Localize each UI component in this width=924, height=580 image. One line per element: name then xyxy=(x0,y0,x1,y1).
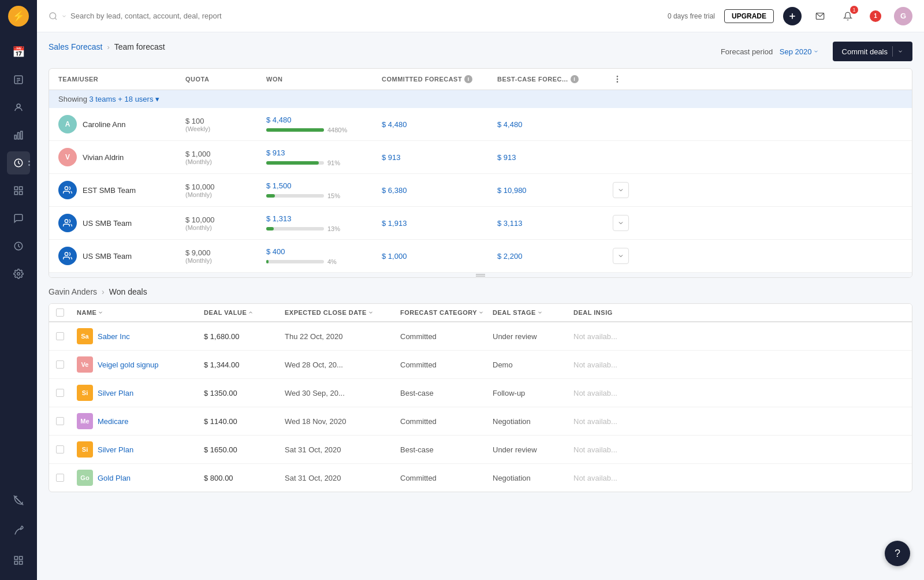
svg-rect-7 xyxy=(21,131,23,139)
col-forecast-category[interactable]: FORECAST CATEGORY xyxy=(400,308,493,317)
table-resize-handle[interactable] xyxy=(49,273,912,277)
add-button[interactable] xyxy=(783,7,802,25)
breadcrumb-current: Team forecast xyxy=(114,42,165,51)
sidebar-item-chat[interactable] xyxy=(7,207,30,230)
select-all-checkbox[interactable] xyxy=(56,308,64,317)
forecast-row-vivian: V Vivian Aldrin $ 1,000 (Monthly) $ 913 … xyxy=(49,141,912,174)
committed-caroline[interactable]: $ 4,480 xyxy=(382,120,497,129)
deal-name-silver-2[interactable]: Silver Plan xyxy=(98,445,133,454)
mail-button[interactable] xyxy=(811,7,829,25)
deal-category-medicare: Committed xyxy=(400,417,493,426)
checkbox-silver-1[interactable] xyxy=(56,389,64,397)
checkbox-veigel[interactable] xyxy=(56,360,64,369)
deal-insight-silver-2: Not availab... xyxy=(573,445,643,454)
deals-table: NAME DEAL VALUE EXPECTED CLOSE DATE FORE… xyxy=(49,303,912,492)
sidebar-item-clock[interactable] xyxy=(7,235,30,258)
avatar-us-smb-1 xyxy=(58,214,77,232)
deal-row-silver-2: Si Silver Plan $ 1650.00 Sat 31 Oct, 202… xyxy=(49,436,912,464)
expand-us-smb-2[interactable] xyxy=(613,248,629,264)
expand-us-smb-1[interactable] xyxy=(613,215,629,231)
notification-count: 1 xyxy=(850,6,858,14)
user-name-vivian: Vivian Aldrin xyxy=(83,153,124,162)
deal-date-silver-2: Sat 31 Oct, 2020 xyxy=(285,445,400,454)
best-case-vivian[interactable]: $ 913 xyxy=(497,153,613,162)
deal-category-veigel: Committed xyxy=(400,360,493,369)
breadcrumb: Sales Forecast › Team forecast xyxy=(49,42,165,51)
deal-insight-veigel: Not availab... xyxy=(573,360,643,369)
forecast-row-us-smb-2: US SMB Team $ 9,000 (Monthly) $ 400 4% $… xyxy=(49,240,912,273)
deal-date-saber: Thu 22 Oct, 2020 xyxy=(285,332,400,341)
user-name-us-smb-1: US SMB Team xyxy=(83,219,132,228)
svg-rect-6 xyxy=(18,133,20,139)
committed-us-smb-1[interactable]: $ 1,913 xyxy=(382,219,497,228)
checkbox-medicare[interactable] xyxy=(56,417,64,425)
committed-est-smb[interactable]: $ 6,380 xyxy=(382,186,497,195)
breadcrumb-sep: › xyxy=(107,43,109,51)
best-case-est-smb[interactable]: $ 10,980 xyxy=(497,186,613,195)
deals-table-header: NAME DEAL VALUE EXPECTED CLOSE DATE FORE… xyxy=(49,304,912,322)
avatar-saber: Sa xyxy=(77,328,93,344)
svg-point-26 xyxy=(617,79,617,79)
quota-us-smb-2: $ 9,000 (Monthly) xyxy=(185,248,266,264)
upgrade-button[interactable]: UPGRADE xyxy=(724,9,774,23)
forecast-card: TEAM/USER QUOTA WON COMMITTED FORECAST i… xyxy=(49,68,912,278)
col-deal-insight: DEAL INSIG xyxy=(573,308,643,317)
col-deal-stage[interactable]: DEAL STAGE xyxy=(493,308,573,317)
best-case-us-smb-1[interactable]: $ 3,113 xyxy=(497,219,613,228)
notification-bell[interactable]: 1 xyxy=(839,7,857,25)
svg-rect-18 xyxy=(14,562,17,564)
col-more[interactable] xyxy=(613,75,642,84)
sidebar-item-calendar[interactable]: 📅 xyxy=(7,40,30,64)
checkbox-gold[interactable] xyxy=(56,474,64,482)
checkbox-saber[interactable] xyxy=(56,332,64,340)
sidebar-item-person[interactable] xyxy=(7,96,30,119)
showing-filter[interactable]: 3 teams + 18 users ▾ xyxy=(90,95,160,103)
main-content: 0 days free trial UPGRADE 1 1 G Sales Fo… xyxy=(37,0,924,580)
app-logo[interactable]: ⚡ xyxy=(8,6,29,27)
best-case-caroline[interactable]: $ 4,480 xyxy=(497,120,613,129)
deal-row-veigel: Ve Veigel gold signup $ 1,344.00 Wed 28 … xyxy=(49,351,912,379)
won-est-smb: $ 1,500 15% xyxy=(266,181,382,199)
committed-us-smb-2[interactable]: $ 1,000 xyxy=(382,252,497,261)
quota-caroline: $ 100 (Weekly) xyxy=(185,117,266,132)
commit-deals-button[interactable]: Commit deals xyxy=(833,42,912,61)
deal-stage-silver-2: Under review xyxy=(493,445,573,454)
activity-icon[interactable]: 1 xyxy=(866,7,885,25)
user-avatar[interactable]: G xyxy=(894,7,912,25)
deal-date-veigel: Wed 28 Oct, 20... xyxy=(285,360,400,369)
help-button[interactable]: ? xyxy=(885,541,910,566)
sidebar-item-products[interactable] xyxy=(7,179,30,202)
deal-row-medicare: Me Medicare $ 1140.00 Wed 18 Nov, 2020 C… xyxy=(49,407,912,436)
col-close-date[interactable]: EXPECTED CLOSE DATE xyxy=(285,308,400,317)
sidebar-item-settings[interactable] xyxy=(7,262,30,285)
deal-name-medicare[interactable]: Medicare xyxy=(98,417,128,426)
sidebar-item-leaf[interactable] xyxy=(7,519,30,542)
deal-name-saber[interactable]: Saber Inc xyxy=(98,332,130,341)
svg-rect-16 xyxy=(14,556,17,559)
deal-name-silver-1[interactable]: Silver Plan xyxy=(98,389,133,397)
deal-name-veigel[interactable]: Veigel gold signup xyxy=(98,360,159,369)
col-committed: COMMITTED FORECAST i xyxy=(382,75,497,84)
sidebar-item-reports[interactable] xyxy=(7,124,30,147)
deal-row-gold: Go Gold Plan $ 800.00 Sat 31 Oct, 2020 C… xyxy=(49,464,912,492)
sidebar-item-sales[interactable] xyxy=(7,151,30,174)
sidebar-item-contacts[interactable] xyxy=(7,68,30,91)
svg-rect-12 xyxy=(20,192,23,195)
forecast-period-selector[interactable]: Sep 2020 xyxy=(780,47,819,56)
checkbox-silver-2[interactable] xyxy=(56,445,64,453)
sidebar-item-grid[interactable] xyxy=(7,549,30,572)
sidebar-item-phone-off[interactable] xyxy=(7,489,30,512)
deals-breadcrumb-user[interactable]: Gavin Anders xyxy=(49,287,97,296)
deal-category-silver-2: Best-case xyxy=(400,445,493,454)
best-case-us-smb-2[interactable]: $ 2,200 xyxy=(497,252,613,261)
dropdown-icon[interactable] xyxy=(61,13,67,19)
deal-name-gold[interactable]: Gold Plan xyxy=(98,474,131,482)
deal-category-silver-1: Best-case xyxy=(400,389,493,397)
deal-stage-saber: Under review xyxy=(493,332,573,341)
col-name[interactable]: NAME xyxy=(77,308,204,317)
search-input[interactable] xyxy=(70,12,244,20)
committed-vivian[interactable]: $ 913 xyxy=(382,153,497,162)
expand-est-smb[interactable] xyxy=(613,182,629,198)
breadcrumb-link[interactable]: Sales Forecast xyxy=(49,42,102,51)
col-deal-value[interactable]: DEAL VALUE xyxy=(204,308,285,317)
